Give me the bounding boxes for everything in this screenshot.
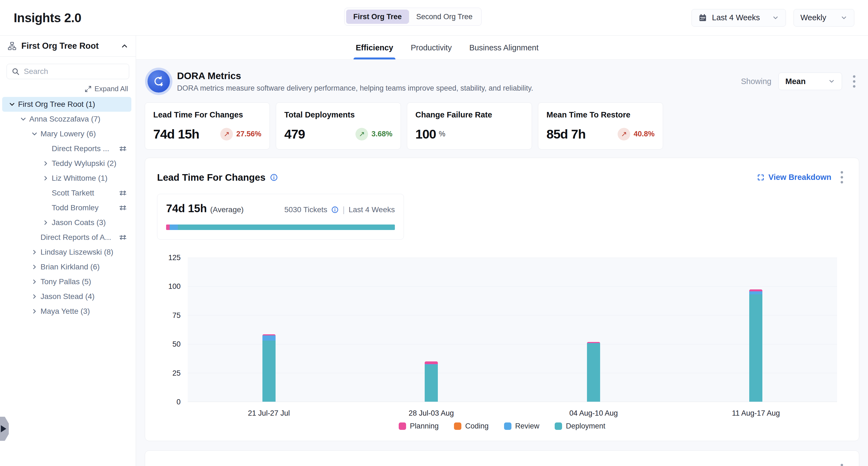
chevron-right-icon[interactable] <box>28 249 40 256</box>
deployment-frequency-kebab-menu[interactable] <box>837 461 847 466</box>
tree-item[interactable]: Mary Lowery (6) <box>2 126 131 141</box>
stat-card: Total Deployments479↗3.68% <box>276 103 401 149</box>
chevron-right-icon[interactable] <box>40 160 52 167</box>
org-tree-tab[interactable]: First Org Tree <box>346 9 409 24</box>
y-axis-tick: 0 <box>157 398 181 406</box>
tree-item[interactable]: Todd Bromley <box>2 200 131 215</box>
distribution-segment-planning <box>166 225 170 230</box>
legend-label: Deployment <box>566 422 605 430</box>
org-tree: First Org Tree Root (1)Anna Scozzafava (… <box>0 97 136 319</box>
chevron-down-icon[interactable] <box>17 115 29 123</box>
y-axis-tick: 25 <box>157 369 181 377</box>
info-icon[interactable] <box>331 206 339 213</box>
y-axis-tick: 75 <box>157 311 181 320</box>
tree-item-label: Tony Pallas (5) <box>40 278 91 286</box>
lead-time-summary-card: 74d 15h (Average) 5030 Tickets | Last 4 … <box>157 194 404 239</box>
sidebar: First Org Tree Root Expand All First Org… <box>0 36 136 466</box>
tree-item-label: Mary Lowery (6) <box>40 129 96 138</box>
org-tree-tab[interactable]: Second Org Tree <box>409 9 480 24</box>
tree-item[interactable]: Direct Reports of A... <box>2 230 131 245</box>
chevron-right-icon[interactable] <box>28 278 40 285</box>
legend-swatch <box>454 423 461 430</box>
tree-item[interactable]: Liz Whittome (1) <box>2 171 131 186</box>
period-select[interactable]: Last 4 Weeks <box>691 9 786 27</box>
bar-21-Jul-27-Jul[interactable] <box>262 334 276 402</box>
filter-settings-icon[interactable] <box>118 188 127 198</box>
dora-kebab-menu[interactable] <box>849 72 859 90</box>
legend-item-planning[interactable]: Planning <box>399 422 439 430</box>
info-icon[interactable] <box>270 173 278 181</box>
bar-segment-deployment <box>262 341 276 402</box>
tree-item-label: First Org Tree Root (1) <box>18 100 95 109</box>
chevron-right-icon[interactable] <box>28 308 40 315</box>
lead-time-section: Lead Time For Changes View Breakdown <box>145 158 859 441</box>
expand-all-button[interactable]: Expand All <box>85 85 128 93</box>
deployment-frequency-section: Deployment Frequency View Breakdown <box>145 450 859 466</box>
stat-card-title: Total Deployments <box>284 110 393 119</box>
bar-segment-review <box>749 291 763 294</box>
calendar-icon <box>698 13 707 22</box>
tree-item[interactable]: Scott Tarkett <box>2 186 131 200</box>
tree-item[interactable]: Maya Yette (3) <box>2 304 131 319</box>
filter-settings-icon[interactable] <box>118 203 127 212</box>
legend-item-deployment[interactable]: Deployment <box>555 422 605 430</box>
chevron-right-icon[interactable] <box>40 175 52 182</box>
tab-business-alignment[interactable]: Business Alignment <box>469 43 538 59</box>
lead-time-view-breakdown[interactable]: View Breakdown <box>757 173 831 182</box>
tree-item-label: Jason Coats (3) <box>52 218 106 227</box>
tree-item[interactable]: Brian Kirkland (6) <box>2 260 131 274</box>
y-axis-tick: 100 <box>157 282 181 291</box>
chevron-down-icon[interactable] <box>28 130 40 138</box>
tree-item[interactable]: Lindsay Liszewski (8) <box>2 245 131 260</box>
tree-item-label: Direct Reports ... <box>52 144 109 153</box>
tree-item[interactable]: Jason Stead (4) <box>2 289 131 304</box>
tree-item[interactable]: Anna Scozzafava (7) <box>2 112 131 126</box>
chevron-up-icon[interactable] <box>120 42 129 50</box>
org-tree-header[interactable]: First Org Tree Root <box>0 36 136 57</box>
lead-time-chart: 025507510012521 Jul-27 Jul28 Jul-03 Aug0… <box>157 252 847 420</box>
tree-item[interactable]: Tony Pallas (5) <box>2 274 131 289</box>
chevron-right-icon[interactable] <box>28 263 40 270</box>
bar-segment-deployment <box>749 294 763 402</box>
granularity-select[interactable]: Weekly <box>794 9 854 27</box>
stat-card-value: 85d 7h <box>547 126 586 142</box>
search-input[interactable] <box>6 64 129 79</box>
stat-card: Mean Time To Restore85d 7h↗40.8% <box>538 103 663 149</box>
filter-settings-icon[interactable] <box>118 233 127 242</box>
x-axis-label: 28 Jul-03 Aug <box>408 409 454 417</box>
showing-select[interactable]: Mean <box>778 72 842 90</box>
lead-time-kebab-menu[interactable] <box>837 168 847 186</box>
chevron-right-icon[interactable] <box>40 219 52 226</box>
stat-card-delta: 27.56% <box>236 130 261 138</box>
bar-segment-deployment <box>425 365 438 402</box>
tree-item[interactable]: Direct Reports ... <box>2 141 131 156</box>
tree-item[interactable]: Teddy Wylupski (2) <box>2 156 131 171</box>
x-axis-label: 04 Aug-10 Aug <box>569 409 618 417</box>
tree-item-label: Direct Reports of A... <box>40 233 111 242</box>
sidebar-collapse-handle[interactable] <box>0 417 9 441</box>
legend-item-coding[interactable]: Coding <box>454 422 489 430</box>
filter-settings-icon[interactable] <box>118 144 127 153</box>
chevron-down-icon[interactable] <box>6 100 18 108</box>
chart-legend: PlanningCodingReviewDeployment <box>157 422 847 430</box>
search-icon <box>11 67 20 76</box>
tree-item-label: Todd Bromley <box>52 203 98 212</box>
tab-efficiency[interactable]: Efficiency <box>356 43 393 59</box>
legend-item-review[interactable]: Review <box>504 422 539 430</box>
chevron-down-icon <box>840 14 847 21</box>
stat-card-unit: % <box>439 130 445 138</box>
bar-04-Aug-10-Aug[interactable] <box>587 342 600 402</box>
bar-28-Jul-03-Aug[interactable] <box>425 361 438 402</box>
trend-up-icon: ↗ <box>220 128 233 141</box>
expand-arrows-icon <box>85 85 92 92</box>
tree-item[interactable]: Jason Coats (3) <box>2 215 131 230</box>
granularity-select-value: Weekly <box>800 13 828 22</box>
summary-divider: | <box>343 205 345 214</box>
trend-up-icon: ↗ <box>618 128 630 141</box>
bar-segment-planning <box>425 361 438 364</box>
stat-card: Lead Time For Changes74d 15h↗27.56% <box>145 103 270 149</box>
chevron-right-icon[interactable] <box>28 293 40 300</box>
bar-11-Aug-17-Aug[interactable] <box>749 289 763 402</box>
tree-item[interactable]: First Org Tree Root (1) <box>2 97 131 112</box>
tab-productivity[interactable]: Productivity <box>411 43 452 59</box>
